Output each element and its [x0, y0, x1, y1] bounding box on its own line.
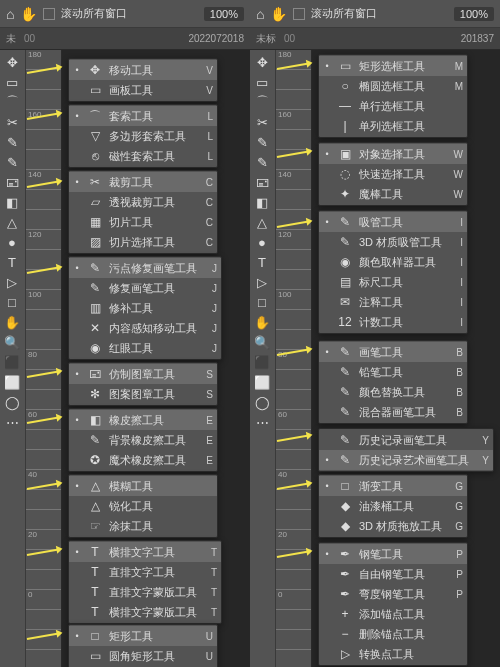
flyout-item[interactable]: •🖃仿制图章工具S — [69, 364, 217, 384]
flyout-item[interactable]: •✎画笔工具B — [319, 342, 467, 362]
flyout-item[interactable]: ✻图案图章工具S — [69, 384, 217, 404]
flyout-item[interactable]: ▭圆角矩形工具U — [69, 646, 217, 666]
tool-slot[interactable]: ▷ — [0, 272, 24, 292]
flyout-item[interactable]: •✎污点修复画笔工具J — [69, 258, 221, 278]
tool-slot[interactable]: △ — [0, 212, 24, 232]
flyout-item[interactable]: |单列选框工具 — [319, 116, 467, 136]
flyout-item[interactable]: ✎历史记录画笔工具Y — [319, 430, 493, 450]
tool-slot[interactable]: ▭ — [250, 72, 274, 92]
flyout-item[interactable]: ✎3D 材质吸管工具I — [319, 232, 467, 252]
tool-slot[interactable]: 🖃 — [250, 172, 274, 192]
flyout-item[interactable]: ✒自由钢笔工具P — [319, 564, 467, 584]
flyout-item[interactable]: ✎铅笔工具B — [319, 362, 467, 382]
flyout-item[interactable]: ▷转换点工具 — [319, 644, 467, 664]
flyout-item[interactable]: •✎历史记录艺术画笔工具Y — [319, 450, 493, 470]
tool-slot[interactable]: ⬛ — [250, 352, 274, 372]
tool-slot[interactable]: ✎ — [0, 152, 24, 172]
flyout-item[interactable]: ✦魔棒工具W — [319, 184, 467, 204]
flyout-item[interactable]: •▣对象选择工具W — [319, 144, 467, 164]
tab-prefix[interactable]: 未 — [6, 32, 16, 46]
flyout-item[interactable]: •✂裁剪工具C — [69, 172, 217, 192]
flyout-item[interactable]: ✎颜色替换工具B — [319, 382, 467, 402]
flyout-item[interactable]: ○椭圆选框工具M — [319, 76, 467, 96]
flyout-item[interactable]: ✪魔术橡皮擦工具E — [69, 450, 217, 470]
flyout-item[interactable]: ◆油漆桶工具G — [319, 496, 467, 516]
home-icon[interactable]: ⌂ — [6, 6, 14, 22]
flyout-item[interactable]: 12计数工具I — [319, 312, 467, 332]
scroll-all-checkbox[interactable] — [43, 8, 55, 20]
flyout-item[interactable]: T横排文字蒙版工具T — [69, 602, 221, 622]
zoom-field[interactable]: 100% — [204, 7, 244, 21]
tool-slot[interactable]: ▭ — [0, 72, 24, 92]
flyout-item[interactable]: T直排文字蒙版工具T — [69, 582, 221, 602]
tool-slot[interactable]: ✎ — [0, 132, 24, 152]
tool-slot[interactable]: ✎ — [250, 152, 274, 172]
tool-slot[interactable]: ◯ — [250, 392, 274, 412]
tool-slot[interactable]: △ — [250, 212, 274, 232]
flyout-item[interactable]: •▭矩形选框工具M — [319, 56, 467, 76]
tool-slot[interactable]: ✋ — [250, 312, 274, 332]
tool-slot[interactable]: ⌒ — [0, 92, 24, 112]
flyout-item[interactable]: ☞涂抹工具 — [69, 516, 217, 536]
zoom-field[interactable]: 100% — [454, 7, 494, 21]
tool-slot[interactable]: ● — [250, 232, 274, 252]
tool-slot[interactable]: T — [250, 252, 274, 272]
tool-slot[interactable]: ⋯ — [0, 412, 24, 432]
flyout-item[interactable]: •□矩形工具U — [69, 626, 217, 646]
flyout-item[interactable]: ▱透视裁剪工具C — [69, 192, 217, 212]
tool-slot[interactable]: 🖃 — [0, 172, 24, 192]
flyout-item[interactable]: ✎修复画笔工具J — [69, 278, 221, 298]
tool-slot[interactable]: ● — [0, 232, 24, 252]
tool-slot[interactable]: ✂ — [0, 112, 24, 132]
flyout-item[interactable]: —单行选框工具 — [319, 96, 467, 116]
flyout-item[interactable]: •□渐变工具G — [319, 476, 467, 496]
tool-slot[interactable]: ✎ — [250, 132, 274, 152]
flyout-item[interactable]: T直排文字工具T — [69, 562, 221, 582]
tool-slot[interactable]: ⬜ — [0, 372, 24, 392]
tool-slot[interactable]: ✂ — [250, 112, 274, 132]
tool-slot[interactable]: T — [0, 252, 24, 272]
flyout-item[interactable]: ▤标尺工具I — [319, 272, 467, 292]
flyout-item[interactable]: ▥修补工具J — [69, 298, 221, 318]
flyout-item[interactable]: −删除锚点工具 — [319, 624, 467, 644]
flyout-item[interactable]: ✉注释工具I — [319, 292, 467, 312]
tool-slot[interactable]: ◧ — [250, 192, 274, 212]
flyout-item[interactable]: •⌒套索工具L — [69, 106, 217, 126]
tool-slot[interactable]: 🔍 — [0, 332, 24, 352]
flyout-item[interactable]: ◉红眼工具J — [69, 338, 221, 358]
hand-icon[interactable]: ✋ — [20, 6, 37, 22]
tool-slot[interactable]: ⋯ — [250, 412, 274, 432]
tool-slot[interactable]: ⌒ — [250, 92, 274, 112]
tool-slot[interactable]: ✥ — [250, 52, 274, 72]
tool-slot[interactable]: ✥ — [0, 52, 24, 72]
tool-slot[interactable]: □ — [250, 292, 274, 312]
flyout-item[interactable]: +添加锚点工具 — [319, 604, 467, 624]
flyout-item[interactable]: •✒钢笔工具P — [319, 544, 467, 564]
flyout-item[interactable]: ▽多边形套索工具L — [69, 126, 217, 146]
flyout-item[interactable]: •△模糊工具 — [69, 476, 217, 496]
flyout-item[interactable]: ✕内容感知移动工具J — [69, 318, 221, 338]
flyout-item[interactable]: ⎋磁性套索工具L — [69, 146, 217, 166]
tool-slot[interactable]: ◧ — [0, 192, 24, 212]
flyout-item[interactable]: ◆3D 材质拖放工具G — [319, 516, 467, 536]
tool-slot[interactable]: ✋ — [0, 312, 24, 332]
tool-slot[interactable]: □ — [0, 292, 24, 312]
flyout-item[interactable]: •✎吸管工具I — [319, 212, 467, 232]
flyout-item[interactable]: •◧橡皮擦工具E — [69, 410, 217, 430]
flyout-item[interactable]: •T横排文字工具T — [69, 542, 221, 562]
hand-icon[interactable]: ✋ — [270, 6, 287, 22]
flyout-item[interactable]: ▦切片工具C — [69, 212, 217, 232]
tool-slot[interactable]: ⬛ — [0, 352, 24, 372]
flyout-item[interactable]: ✒弯度钢笔工具P — [319, 584, 467, 604]
flyout-item[interactable]: ✎混合器画笔工具B — [319, 402, 467, 422]
flyout-item[interactable]: ◉颜色取样器工具I — [319, 252, 467, 272]
tab-prefix[interactable]: 未标 — [256, 32, 276, 46]
scroll-all-checkbox[interactable] — [293, 8, 305, 20]
flyout-item[interactable]: ✎背景橡皮擦工具E — [69, 430, 217, 450]
flyout-item[interactable]: •✥移动工具V — [69, 60, 217, 80]
tool-slot[interactable]: ▷ — [250, 272, 274, 292]
tool-slot[interactable]: ◯ — [0, 392, 24, 412]
flyout-item[interactable]: ▭画板工具V — [69, 80, 217, 100]
tool-slot[interactable]: ⬜ — [250, 372, 274, 392]
flyout-item[interactable]: ◌快速选择工具W — [319, 164, 467, 184]
